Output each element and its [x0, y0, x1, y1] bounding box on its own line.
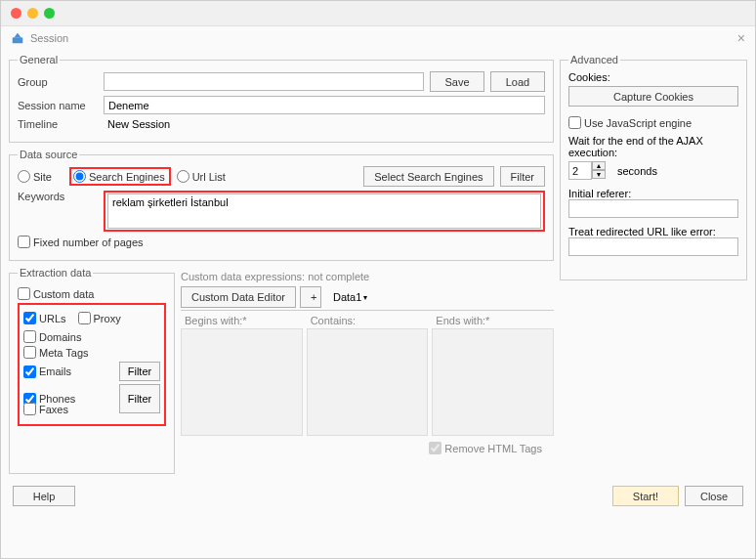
proxy-checkbox[interactable]: Proxy	[78, 312, 121, 324]
begins-with-box[interactable]	[181, 328, 303, 436]
spin-up-icon[interactable]: ▲	[592, 161, 606, 170]
datasource-group: Data source Site Search Engines Url List…	[9, 149, 554, 261]
treat-redirect-label: Treat redirected URL like error:	[568, 226, 738, 237]
mac-titlebar	[1, 1, 755, 26]
add-tab-button[interactable]: +	[300, 286, 321, 308]
datasource-legend: Data source	[18, 149, 79, 160]
keywords-input[interactable]	[107, 194, 541, 229]
domains-checkbox[interactable]: Domains	[23, 330, 160, 343]
url-list-radio[interactable]: Url List	[177, 170, 226, 183]
footer: Help Start! Close	[1, 480, 755, 512]
initial-referer-label: Initial referer:	[568, 188, 738, 199]
urls-checkbox[interactable]: URLs	[23, 312, 66, 324]
mac-zoom-icon[interactable]	[44, 8, 55, 19]
extraction-group: Extraction data Custom data URLs Proxy D…	[9, 267, 175, 474]
session-icon	[11, 31, 24, 45]
custom-data-editor-button[interactable]: Custom Data Editor	[181, 286, 296, 308]
initial-referer-input[interactable]	[568, 199, 738, 218]
advanced-legend: Advanced	[568, 54, 620, 65]
session-name-input[interactable]	[104, 96, 545, 114]
custom-header: Custom data expressions: not complete	[181, 271, 554, 282]
timeline-value: New Session	[104, 118, 170, 130]
session-title: Session	[30, 32, 68, 44]
cookies-label: Cookies:	[568, 71, 738, 83]
general-group: General Group Save Load Session name Tim…	[9, 54, 554, 143]
mac-minimize-icon[interactable]	[27, 8, 38, 19]
session-name-label: Session name	[18, 100, 98, 111]
extraction-highlight: URLs Proxy Domains Meta Tags Emails Filt…	[18, 303, 166, 426]
advanced-group: Advanced Cookies: Capture Cookies Use Ja…	[560, 54, 747, 280]
ajax-seconds-input[interactable]	[568, 161, 592, 180]
search-engines-radio[interactable]: Search Engines	[73, 170, 165, 183]
phones-filter-button[interactable]: Filter	[119, 384, 160, 413]
mac-close-icon[interactable]	[11, 8, 21, 19]
contains-box[interactable]	[307, 328, 429, 436]
meta-tags-checkbox[interactable]: Meta Tags	[23, 346, 160, 359]
close-icon[interactable]: ×	[737, 30, 745, 46]
ends-with-box[interactable]	[432, 328, 554, 436]
session-window: Session × General Group Save Load Sessio…	[0, 0, 756, 559]
keywords-label: Keywords	[18, 191, 98, 202]
wait-ajax-label: Wait for the end of the AJAX execution:	[568, 135, 738, 158]
close-button[interactable]: Close	[685, 486, 743, 506]
ajax-seconds-stepper[interactable]: ▲▼	[568, 161, 611, 180]
chevron-down-icon: ▾	[363, 293, 367, 302]
general-legend: General	[18, 54, 60, 65]
group-input[interactable]	[104, 72, 424, 91]
custom-tabbar: Custom Data Editor + Data1▾	[181, 286, 554, 311]
fixed-pages-checkbox[interactable]: Fixed number of pages	[18, 236, 144, 248]
load-button[interactable]: Load	[490, 71, 545, 92]
site-radio[interactable]: Site	[18, 170, 52, 183]
remove-html-checkbox[interactable]: Remove HTML Tags	[429, 442, 542, 454]
emails-filter-button[interactable]: Filter	[119, 362, 160, 381]
extraction-legend: Extraction data	[18, 267, 93, 279]
seconds-label: seconds	[617, 165, 657, 177]
spin-down-icon[interactable]: ▼	[592, 170, 606, 179]
custom-data-checkbox[interactable]: Custom data	[18, 287, 166, 300]
start-button[interactable]: Start!	[612, 486, 679, 506]
save-button[interactable]: Save	[430, 71, 484, 92]
capture-cookies-button[interactable]: Capture Cookies	[568, 86, 738, 107]
use-js-checkbox[interactable]: Use JavaScript engine	[568, 116, 727, 129]
emails-checkbox[interactable]: Emails	[23, 366, 71, 378]
datasource-filter-button[interactable]: Filter	[500, 166, 545, 187]
search-engines-highlight: Search Engines	[69, 167, 171, 186]
keywords-highlight	[104, 191, 545, 232]
tab-data1[interactable]: Data1▾	[325, 289, 375, 305]
ends-with-label: Ends with:*	[432, 313, 554, 328]
begins-with-label: Begins with:*	[181, 313, 303, 328]
treat-redirect-input[interactable]	[568, 237, 738, 256]
session-header: Session ×	[1, 26, 755, 50]
contains-label: Contains:	[307, 313, 429, 328]
svg-rect-0	[13, 37, 23, 43]
group-label: Group	[18, 76, 98, 88]
timeline-label: Timeline	[18, 118, 98, 130]
select-search-engines-button[interactable]: Select Search Engines	[363, 166, 493, 187]
help-button[interactable]: Help	[13, 486, 75, 506]
